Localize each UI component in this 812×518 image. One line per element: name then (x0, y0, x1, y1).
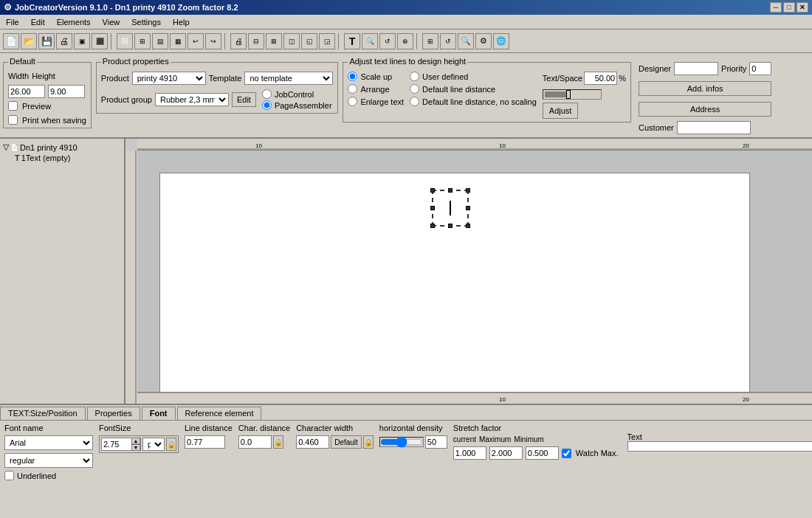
template-select[interactable]: no template (244, 72, 333, 85)
toolbar-btn-15[interactable]: ⊠ (266, 33, 282, 49)
tab-reference[interactable]: Reference element (177, 407, 262, 420)
designer-input[interactable] (674, 62, 718, 75)
font-name-select[interactable]: Arial (4, 435, 93, 450)
preview-checkbox[interactable] (8, 101, 18, 111)
font-size-up[interactable]: ▲ (131, 438, 140, 444)
toolbar-btn-12[interactable]: ↪ (205, 33, 221, 49)
stretch-maximum-input[interactable] (489, 446, 523, 460)
line-distance-section: Line distance (185, 424, 233, 449)
pageassembler-radio[interactable] (262, 100, 272, 110)
default-height-input[interactable] (48, 85, 85, 98)
globe-button[interactable]: 🌐 (493, 33, 509, 49)
char-distance-input[interactable] (238, 435, 272, 449)
toolbar-btn-10[interactable]: ▦ (170, 33, 186, 49)
default-char-width-button[interactable]: Default (331, 435, 362, 449)
toolbar-btn-5[interactable]: ▣ (74, 33, 90, 49)
toolbar-btn-14[interactable]: ⊟ (248, 33, 264, 49)
minimize-button[interactable]: ─ (770, 2, 782, 13)
handle-tm[interactable] (448, 188, 453, 193)
default-width-input[interactable] (8, 85, 45, 98)
menu-settings[interactable]: Settings (128, 17, 164, 27)
priority-input[interactable] (749, 62, 771, 75)
char-width-lock[interactable]: 🔒 (363, 435, 374, 449)
toolbar-btn-16[interactable]: ◫ (283, 33, 300, 49)
toolbar-btn-22[interactable]: ⊕ (397, 33, 413, 49)
edit-button[interactable]: Edit (232, 92, 256, 107)
toolbar-btn-17[interactable]: ◱ (301, 33, 317, 49)
text-space-input[interactable] (584, 72, 617, 85)
user-defined-radio[interactable] (410, 72, 419, 81)
toolbar-btn-24[interactable]: ↺ (440, 33, 456, 49)
product-group-select[interactable]: Rubber 2,3 mm (155, 93, 229, 106)
print-when-saving-checkbox[interactable] (8, 115, 18, 125)
char-distance-lock[interactable]: 🔒 (273, 435, 283, 449)
handle-mr[interactable] (466, 206, 470, 210)
tab-properties[interactable]: Properties (87, 407, 140, 420)
menu-file[interactable]: File (3, 17, 22, 27)
tab-font[interactable]: Font (142, 407, 176, 420)
font-size-unit-select[interactable]: pt mm (142, 438, 165, 451)
product-select[interactable]: printy 4910 (132, 72, 206, 85)
underlined-checkbox[interactable] (4, 471, 14, 480)
zoom-button[interactable]: 🔍 (458, 33, 474, 49)
titlebar-controls[interactable]: ─ □ ✕ (770, 2, 808, 13)
jobcontrol-radio[interactable] (262, 89, 272, 99)
stretch-current-input[interactable] (453, 446, 486, 460)
text-element[interactable] (432, 190, 469, 227)
toolbar-btn-11[interactable]: ↩ (187, 33, 204, 49)
text-tool-button[interactable]: T (344, 33, 360, 49)
handle-ml[interactable] (430, 206, 435, 210)
tree-child-text[interactable]: T 1Text (empty) (15, 153, 121, 163)
h-density-value-input[interactable] (425, 435, 447, 449)
font-style-select[interactable]: regular (4, 453, 93, 468)
toolbar-btn-7[interactable]: ⬜ (117, 33, 133, 49)
adjust-button[interactable]: Adjust (543, 103, 579, 119)
close-button[interactable]: ✕ (796, 2, 808, 13)
handle-bm[interactable] (448, 224, 453, 228)
font-size-spinbox[interactable]: ▲ ▼ (101, 438, 141, 451)
customer-input[interactable] (677, 121, 751, 134)
default-line-noscale-radio[interactable] (410, 97, 419, 106)
toolbar-btn-9[interactable]: ▤ (152, 33, 168, 49)
toolbar-btn-8[interactable]: ⊞ (134, 33, 151, 49)
scale-up-radio[interactable] (348, 72, 357, 81)
handle-br[interactable] (466, 224, 470, 228)
arrange-radio[interactable] (348, 84, 357, 94)
menu-elements[interactable]: Elements (54, 17, 94, 27)
toolbar-btn-6[interactable]: ⬛ (92, 33, 108, 49)
font-size-input[interactable] (102, 438, 131, 450)
stretch-values-row: Watch Max. (453, 446, 619, 460)
handle-tl[interactable] (430, 188, 435, 193)
maximize-button[interactable]: □ (783, 2, 795, 13)
default-line-radio[interactable] (410, 84, 419, 94)
menu-edit[interactable]: Edit (28, 17, 48, 27)
new-button[interactable]: 📄 (3, 33, 19, 49)
font-size-lock[interactable]: 🔒 (166, 438, 176, 451)
tree-panel: ▽ 📄 Dn1 printy 4910 T 1Text (empty) (0, 139, 125, 404)
address-button[interactable]: Address (639, 102, 771, 117)
toolbar-btn-4[interactable]: 🖨 (56, 33, 72, 49)
stretch-minimum-input[interactable] (526, 446, 559, 460)
enlarge-text-radio[interactable] (348, 97, 357, 106)
toolbar-btn-20[interactable]: 🔍 (362, 33, 378, 49)
save-button[interactable]: 💾 (38, 33, 55, 49)
toolbar-btn-23[interactable]: ⊞ (422, 33, 438, 49)
text-input[interactable] (627, 441, 812, 452)
add-infos-button[interactable]: Add. infos (639, 81, 771, 96)
menu-help[interactable]: Help (170, 17, 193, 27)
font-size-down[interactable]: ▼ (131, 444, 140, 451)
char-width-input[interactable] (296, 435, 329, 449)
open-button[interactable]: 📂 (21, 33, 37, 49)
settings-button[interactable]: ⚙ (475, 33, 492, 49)
handle-bl[interactable] (430, 224, 435, 228)
print-button[interactable]: 🖨 (230, 33, 247, 49)
menu-view[interactable]: View (100, 17, 123, 27)
tree-root[interactable]: ▽ 📄 Dn1 printy 4910 (3, 142, 121, 153)
tab-text-size[interactable]: TEXT:Size/Position (0, 407, 86, 420)
line-distance-input[interactable] (185, 435, 225, 449)
toolbar-btn-21[interactable]: ↺ (379, 33, 396, 49)
toolbar-btn-18[interactable]: ◲ (319, 33, 335, 49)
handle-tr[interactable] (466, 188, 470, 193)
watch-max-checkbox[interactable] (562, 449, 571, 458)
h-density-slider[interactable] (380, 438, 423, 446)
